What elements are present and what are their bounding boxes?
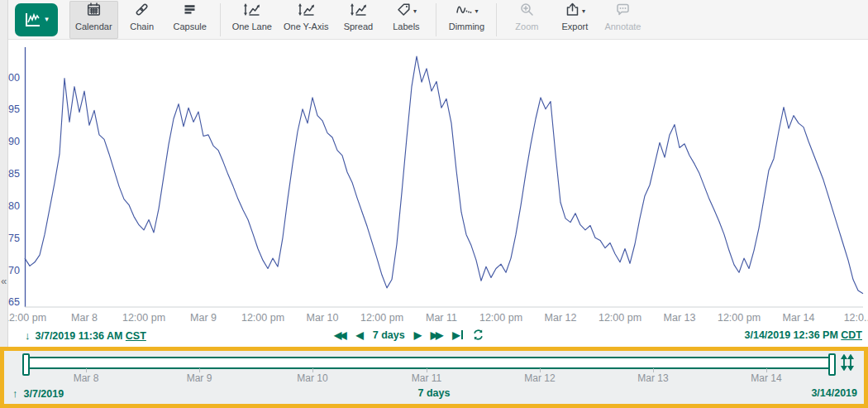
display-end-datetime: 3/14/2019 12:36 PM [745, 329, 838, 341]
day-label: Mar 11 [412, 372, 441, 384]
one-y-axis-icon [297, 2, 316, 21]
refresh-icon[interactable] [472, 329, 484, 341]
dimming-icon [455, 2, 473, 21]
toolbar-separator [496, 3, 497, 36]
y-tick-label: 90 [8, 136, 20, 147]
x-tick-label: Mar 11 [426, 312, 457, 324]
chevron-down-icon: ▾ [45, 16, 49, 23]
toolbar-separator [220, 3, 221, 36]
export-icon [565, 2, 580, 21]
trend-view-dropdown-button[interactable]: ▾ [15, 3, 58, 36]
calendar-icon [86, 2, 102, 21]
zoom-icon [519, 2, 535, 21]
x-tick-label: Mar 14 [783, 312, 815, 324]
range-end-handle[interactable] [828, 353, 836, 376]
zoom-button: Zoom [503, 1, 551, 39]
dimming-button[interactable]: ▾Dimming [442, 1, 490, 39]
signal-line[interactable] [25, 56, 863, 294]
timezone-link[interactable]: CDT [841, 329, 862, 341]
step-forward-full-button[interactable]: ▶▶ [431, 330, 443, 340]
toolbar-item-label: Capsule [173, 22, 206, 31]
step-back-full-button[interactable]: ◀◀ [334, 330, 346, 340]
one-lane-icon [242, 2, 261, 21]
toolbar-item-label: Annotate [604, 22, 641, 31]
trend-chart-area[interactable]: 1009590858075706512:00 pmMar 812:00 pmMa… [0, 39, 868, 328]
collapse-panel-icon[interactable]: « [0, 275, 7, 287]
one-y-axis-button[interactable]: One Y-Axis [278, 1, 334, 39]
investigate-range-track[interactable] [26, 357, 832, 369]
trend-plot[interactable]: 1009590858075706512:00 pmMar 812:00 pmMa… [0, 39, 868, 328]
range-navigation-controls: ◀◀ ◀ 7 days ▶ ▶▶ ▶ [334, 329, 484, 341]
x-tick-label: 12:00 pm [122, 312, 165, 324]
toolbar-item-label: Chain [130, 22, 154, 31]
annotate-button: Annotate [599, 1, 646, 39]
day-label: Mar 14 [751, 372, 781, 384]
toolbar-item-label: Spread [344, 22, 373, 31]
x-tick-label: 12:00 pm [3, 312, 46, 324]
trend-toolbar: ▾ CalendarChainCapsuleOne LaneOne Y-Axis… [8, 0, 868, 40]
x-tick-label: Mar 8 [71, 312, 98, 324]
investigate-range-bar: Mar 8Mar 9Mar 10Mar 11Mar 12Mar 13Mar 14… [0, 347, 868, 408]
range-start-handle[interactable] [22, 353, 30, 376]
one-lane-button[interactable]: One Lane [227, 1, 278, 39]
trend-chart-icon [24, 12, 42, 28]
y-tick-label: 85 [8, 168, 20, 180]
duration-button[interactable]: 7 days [373, 329, 405, 341]
toolbar-item-label: Export [561, 22, 588, 31]
step-to-end-button[interactable]: ▶ [452, 330, 462, 340]
chain-icon [134, 2, 150, 21]
display-range-end[interactable]: 3/14/2019 12:36 PM CDT [745, 329, 862, 341]
display-range-row: ↓ 3/7/2019 11:36 AM CST ◀◀ ◀ 7 days ▶ ▶▶… [0, 328, 868, 346]
trend-workbench: « ▾ CalendarChainCapsuleOne LaneOne Y-Ax… [0, 0, 868, 408]
spread-icon [349, 2, 368, 21]
labels-tag-icon [396, 2, 412, 21]
investigate-duration[interactable]: 7 days [4, 387, 864, 399]
x-tick-label: 12:00 pm [479, 312, 522, 324]
chain-button[interactable]: Chain [118, 1, 166, 39]
annotate-icon [615, 2, 631, 21]
investigate-end-date[interactable]: 3/14/2019 [811, 387, 857, 399]
toolbar-item-label: Dimming [449, 22, 484, 31]
labels-button[interactable]: ▾Labels [382, 1, 430, 39]
toolbar-separator [436, 3, 436, 36]
toolbar-item-label: Labels [393, 22, 419, 31]
toolbar-item-label: Calendar [75, 22, 112, 31]
y-tick-label: 80 [8, 200, 20, 212]
x-tick-label: Mar 13 [664, 312, 696, 324]
day-label: Mar 9 [187, 372, 212, 384]
investigate-range-summary: ↑ 3/7/2019 7 days 3/14/2019 [4, 386, 864, 402]
day-label: Mar 10 [297, 372, 327, 384]
chevron-down-icon: ▾ [413, 8, 417, 15]
arrow-down-icon: ↓ [25, 329, 31, 342]
chevron-down-icon: ▾ [475, 8, 478, 15]
toolbar-item-label: Zoom [515, 22, 538, 31]
x-tick-label: 12:0... [844, 312, 868, 324]
display-start-datetime: 3/7/2019 11:36 AM [36, 330, 123, 342]
x-tick-label: 12:00 pm [718, 312, 761, 324]
timezone-link[interactable]: CST [126, 330, 146, 342]
resize-range-icon[interactable] [839, 354, 856, 371]
y-tick-label: 95 [8, 103, 20, 115]
sidebar-collapse-strip[interactable]: « [0, 0, 8, 347]
day-label: Mar 8 [74, 372, 99, 384]
x-tick-label: 12:00 pm [599, 312, 641, 324]
display-range-start[interactable]: ↓ 3/7/2019 11:36 AM CST [25, 329, 146, 342]
capsule-button[interactable]: Capsule [166, 1, 214, 39]
chevron-down-icon: ▾ [582, 8, 585, 15]
capsule-icon [182, 2, 198, 21]
toolbar-item-label: One Lane [232, 22, 272, 31]
x-tick-label: Mar 10 [307, 312, 339, 324]
y-tick-label: 75 [8, 233, 20, 244]
step-forward-button[interactable]: ▶ [414, 330, 422, 340]
y-tick-label: 70 [8, 265, 20, 276]
y-tick-label: 65 [8, 296, 20, 308]
x-tick-label: Mar 9 [190, 312, 217, 324]
day-label: Mar 12 [524, 372, 555, 384]
step-back-button[interactable]: ◀ [355, 330, 363, 340]
x-tick-label: Mar 12 [545, 312, 577, 324]
spread-button[interactable]: Spread [334, 1, 382, 39]
export-button[interactable]: ▾Export [551, 1, 599, 39]
toolbar-item-label: One Y-Axis [284, 22, 328, 31]
calendar-button[interactable]: Calendar [69, 1, 118, 39]
day-label: Mar 13 [637, 372, 668, 384]
